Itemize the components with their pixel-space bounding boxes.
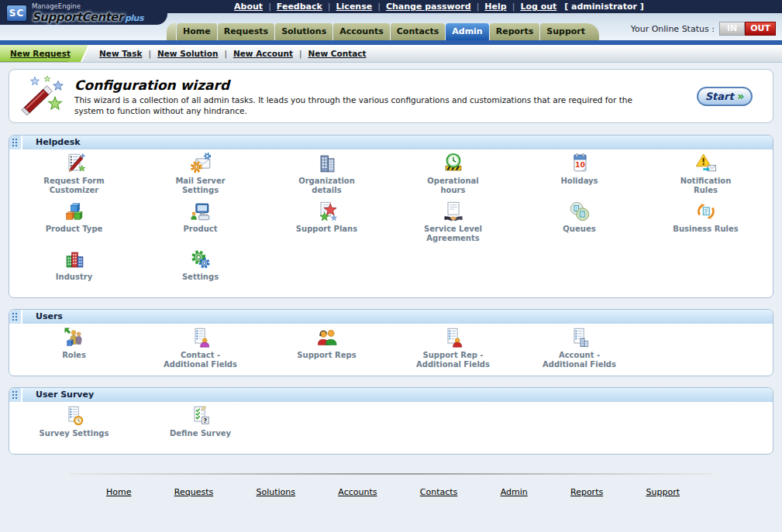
admin-item-operational-hours[interactable]: Operationalhours: [390, 152, 516, 200]
admin-item-label: Settings: [182, 273, 219, 282]
topbar-link-log-out[interactable]: Log out: [520, 2, 556, 12]
tab-contacts[interactable]: Contacts: [391, 23, 445, 40]
footer-link-admin[interactable]: Admin: [501, 487, 528, 497]
notification-rules-icon: [694, 152, 718, 175]
section-header: User Survey: [9, 388, 773, 402]
admin-item-holidays[interactable]: Holidays: [516, 152, 642, 200]
separator: |: [224, 49, 227, 58]
footer-link-contacts[interactable]: Contacts: [420, 487, 458, 497]
admin-item-label: Product Type: [46, 225, 103, 234]
admin-item-label: Roles: [62, 351, 86, 360]
support-reps-icon: [315, 326, 339, 349]
subnav-link-new-contact[interactable]: New Contact: [308, 49, 367, 58]
admin-item-label: Holidays: [560, 177, 598, 186]
content: Configuration wizard This wizard is a co…: [0, 63, 782, 497]
section-header: Users: [9, 310, 773, 324]
admin-item-request-form-customizer[interactable]: Request FormCustomizer: [11, 152, 137, 200]
footer-link-home[interactable]: Home: [106, 487, 131, 497]
account-additional-fields-icon: [568, 326, 591, 349]
admin-item-support-plans[interactable]: Support Plans: [264, 200, 390, 248]
tab-requests[interactable]: Requests: [218, 23, 274, 40]
admin-item-mail-server-settings[interactable]: Mail ServerSettings: [137, 152, 264, 200]
subnav-link-new-account[interactable]: New Account: [233, 49, 293, 58]
separator: |: [328, 2, 331, 12]
admin-item-product-type[interactable]: Product Type: [11, 200, 137, 248]
admin-item-label: Industry: [56, 273, 92, 282]
topbar-links: About|Feedback|License|Change password|H…: [93, 2, 782, 12]
admin-item-support-rep-additional-fields[interactable]: Support Rep -Additional Fields: [390, 326, 516, 374]
admin-item-label: Account -Additional Fields: [543, 351, 616, 369]
tab-solutions[interactable]: Solutions: [275, 23, 332, 40]
subnav-link-new-solution[interactable]: New Solution: [157, 49, 218, 58]
queues-icon: [568, 200, 591, 223]
online-status: Your Online Status : IN OUT: [631, 22, 776, 36]
drag-handle-icon[interactable]: [9, 136, 21, 149]
admin-item-account-additional-fields[interactable]: Account -Additional Fields: [516, 326, 642, 374]
admin-item-label: Queues: [563, 225, 595, 234]
topbar-link-about[interactable]: About: [234, 2, 263, 12]
section-title: Users: [22, 310, 773, 324]
admin-item-service-level-agreements[interactable]: Service LevelAgreements: [390, 200, 516, 248]
admin-item-settings[interactable]: Settings: [137, 248, 264, 296]
drag-handle-icon[interactable]: [9, 388, 21, 402]
section-title: User Survey: [22, 388, 773, 402]
admin-item-label: Service LevelAgreements: [424, 225, 482, 243]
admin-item-product[interactable]: Product: [137, 200, 264, 248]
topbar-link-feedback[interactable]: Feedback: [277, 2, 322, 12]
operational-hours-icon: [442, 152, 465, 175]
footer-link-solutions[interactable]: Solutions: [257, 487, 296, 497]
subnav-tab-new-request[interactable]: New Request: [0, 45, 81, 62]
admin-item-label: Mail ServerSettings: [175, 177, 225, 195]
footer-link-support[interactable]: Support: [646, 487, 679, 497]
product-type-icon: [63, 200, 86, 223]
admin-item-business-rules[interactable]: Business Rules: [642, 200, 769, 248]
logo-plus: plus: [125, 13, 143, 23]
holidays-icon: [568, 152, 591, 175]
settings-icon: [189, 248, 212, 271]
topbar-link-license[interactable]: License: [336, 2, 373, 12]
main-tabs: HomeRequestsSolutionsAccountsContactsAdm…: [167, 23, 600, 40]
section-users: UsersRolesContact -Additional FieldsSupp…: [9, 309, 773, 376]
admin-item-organization-details[interactable]: Organizationdetails: [264, 152, 390, 200]
admin-item-survey-settings[interactable]: Survey Settings: [11, 404, 137, 452]
tab-reports[interactable]: Reports: [490, 23, 540, 40]
masthead: About|Feedback|License|Change password|H…: [0, 0, 782, 40]
wizard-title: Configuration wizard: [74, 77, 697, 93]
status-in-button[interactable]: IN: [719, 22, 745, 36]
admin-item-roles[interactable]: Roles: [11, 326, 137, 374]
footer-links: HomeRequestsSolutionsAccountsContactsAdm…: [106, 487, 680, 497]
admin-item-queues[interactable]: Queues: [516, 200, 642, 248]
topbar-link-change-password[interactable]: Change password: [386, 2, 471, 12]
online-status-label: Your Online Status :: [631, 24, 715, 34]
topbar-link-help[interactable]: Help: [484, 2, 506, 12]
tab-admin[interactable]: Admin: [446, 23, 488, 40]
admin-item-label: Survey Settings: [40, 429, 109, 438]
admin-item-support-reps[interactable]: Support Reps: [264, 326, 390, 374]
footer-link-requests[interactable]: Requests: [174, 487, 213, 497]
footer-divider: [70, 473, 713, 475]
status-out-button[interactable]: OUT: [745, 22, 776, 36]
admin-item-contact-additional-fields[interactable]: Contact -Additional Fields: [137, 326, 264, 374]
section-header: Helpdesk: [9, 136, 773, 149]
admin-item-label: Support Plans: [296, 225, 357, 234]
wizard-description: This wizard is a collection of all admin…: [74, 95, 652, 117]
tab-home[interactable]: Home: [177, 23, 217, 40]
subnav-link-new-task[interactable]: New Task: [99, 49, 142, 58]
separator: |: [299, 49, 302, 58]
logo[interactable]: SC ManageEngine SupportCenterplus: [0, 0, 167, 25]
subnav-links: New Task|New Solution|New Account|New Co…: [99, 45, 367, 62]
roles-icon: [63, 326, 86, 349]
footer-link-reports[interactable]: Reports: [570, 487, 603, 497]
tab-accounts[interactable]: Accounts: [333, 23, 390, 40]
logged-in-user: [ administrator ]: [561, 2, 644, 12]
tab-support[interactable]: Support: [540, 23, 599, 40]
footer-link-accounts[interactable]: Accounts: [338, 487, 377, 497]
separator: |: [512, 2, 515, 12]
admin-item-notification-rules[interactable]: NotificationRules: [642, 152, 769, 200]
admin-item-define-survey[interactable]: Define Survey: [137, 404, 264, 452]
drag-handle-icon[interactable]: [9, 310, 21, 324]
start-button[interactable]: Start »: [697, 87, 753, 106]
separator: |: [268, 2, 271, 12]
footer: HomeRequestsSolutionsAccountsContactsAdm…: [9, 473, 773, 497]
admin-item-industry[interactable]: Industry: [11, 248, 137, 296]
